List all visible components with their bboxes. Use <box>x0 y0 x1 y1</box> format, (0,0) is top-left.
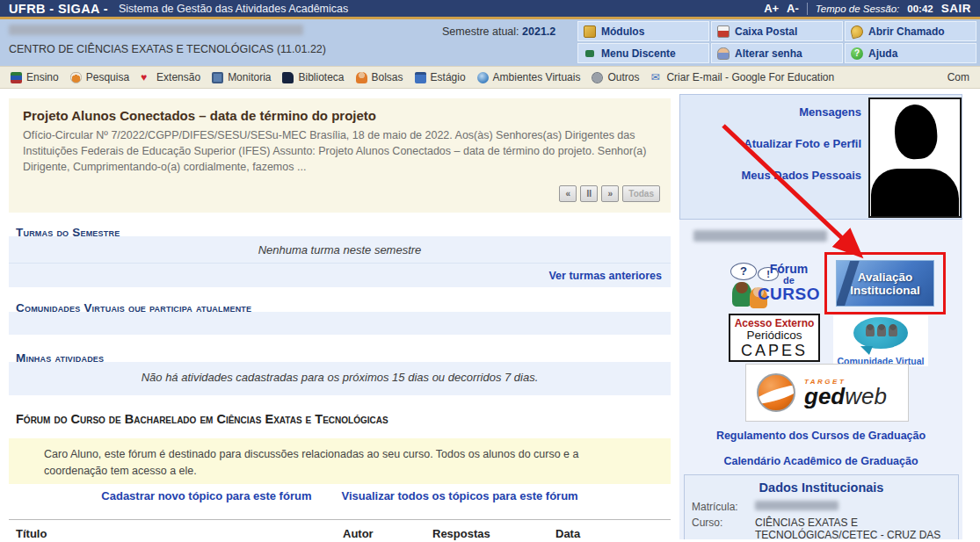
curso-label: Curso: <box>692 517 755 539</box>
column-data: Data <box>555 527 671 540</box>
menu-item-biblioteca[interactable]: Biblioteca <box>282 71 344 83</box>
forum-table-header: Título Autor Respostas Data <box>9 519 671 540</box>
app-brand: UFRB - SIGAA - <box>9 2 108 16</box>
menu-item-pesquisa[interactable]: Pesquisa <box>70 71 129 83</box>
globe-icon <box>477 72 489 83</box>
help-icon <box>851 47 863 60</box>
redacted-sidebar-name <box>693 230 827 242</box>
calendario-academico-link[interactable]: Calendário Acadêmico de Graduação <box>679 455 962 467</box>
pager-prev-button[interactable]: « <box>559 185 577 202</box>
forum-notice-box: Caro Aluno, este fórum é destinado para … <box>9 438 671 484</box>
dados-institucionais-panel: Dados Institucionais Matrícula: Curso: C… <box>684 474 959 539</box>
session-timer-value: 00:42 <box>907 4 933 14</box>
capes-periodicos-label: Periódicos <box>730 329 818 343</box>
change-password-button[interactable]: Alterar senha <box>711 43 843 63</box>
ver-turmas-anteriores-link[interactable]: Ver turmas anteriores <box>548 270 662 282</box>
main-menu-bar: Ensino Pesquisa Extensão Monitoria Bibli… <box>0 66 980 89</box>
cadastrar-topico-link[interactable]: Cadastrar novo tópico para este fórum <box>101 489 311 502</box>
menu-item-truncated[interactable]: Com <box>947 71 969 83</box>
topbar-controls: A+ A- Tempo de Sessão: 00:42 SAIR <box>764 2 971 15</box>
meus-dados-pessoais-link[interactable]: Meus Dados Pessoais <box>687 169 861 182</box>
gears-icon <box>592 72 603 83</box>
menu-item-label: Ensino <box>26 71 59 83</box>
turmas-link-row: Ver turmas anteriores <box>9 263 671 287</box>
modules-button[interactable]: Módulos <box>577 21 709 41</box>
profile-panel: Mensagens Atualizar Foto e Perfil Meus D… <box>679 94 962 220</box>
user-info-bar: CENTRO DE CIÊNCIAS EXATAS E TECNOLÓGICAS… <box>0 19 980 66</box>
horn-icon <box>849 24 864 39</box>
dados-institucionais-title: Dados Institucionais <box>692 481 951 495</box>
person-icon <box>732 282 751 307</box>
menu-item-ambientes-virtuais[interactable]: Ambientes Virtuais <box>477 71 581 83</box>
menu-item-criar-email[interactable]: Criar E-mail - Google For Education <box>650 71 834 83</box>
column-titulo: Título <box>16 527 343 540</box>
pager-pause-button[interactable]: II <box>580 185 598 202</box>
sidebar-links: Regulamento dos Cursos de Graduação Cale… <box>679 430 962 481</box>
change-password-button-label: Alterar senha <box>735 47 802 60</box>
forum-de-curso-button[interactable]: ? ! Fórum de CURSO <box>730 263 820 308</box>
comunidade-virtual-button[interactable]: Comunidade Virtual <box>833 315 928 366</box>
matricula-label: Matrícula: <box>692 501 755 513</box>
news-title: Projeto Alunos Conectados – data de térm… <box>23 108 657 123</box>
menu-item-bolsas[interactable]: Bolsas <box>356 71 403 83</box>
library-icon <box>282 72 294 83</box>
curso-row: Curso: CIÊNCIAS EXATAS E TECNOLÓGICAS/CE… <box>692 517 951 539</box>
menu-item-label: Monitoria <box>228 71 271 83</box>
pager-next-button[interactable]: » <box>601 185 619 202</box>
menu-item-label: Biblioteca <box>298 71 344 83</box>
help-button[interactable]: Ajuda <box>845 43 976 63</box>
comunidades-box <box>9 312 671 335</box>
chat-bubble-icon <box>853 317 908 349</box>
student-menu-button[interactable]: Menu Discente <box>577 43 709 63</box>
news-body: Ofício-Circular Nº 7/2022/CGPP/DIFES/SES… <box>23 127 657 175</box>
logout-button[interactable]: SAIR <box>941 2 971 15</box>
student-menu-button-label: Menu Discente <box>601 47 676 60</box>
curso-value: CIÊNCIAS EXATAS E TECNOLÓGICAS/CETEC - C… <box>755 517 951 539</box>
silhouette-head <box>893 103 939 160</box>
font-increase-button[interactable]: A+ <box>764 2 779 15</box>
sidebar-name-strip <box>679 220 962 249</box>
gedweb-button[interactable]: TARGET gedweb <box>745 364 909 422</box>
mailbox-button[interactable]: Caixa Postal <box>711 21 843 41</box>
forum-word: Fórum <box>758 263 820 276</box>
pager-all-button[interactable]: Todas <box>622 185 660 202</box>
column-respostas: Respostas <box>432 527 555 540</box>
forum-section-title: Fórum do Curso de Bacharelado em Ciência… <box>16 412 388 426</box>
gedweb-web-label: web <box>845 383 887 409</box>
semester-label: Semestre atual: <box>442 25 519 38</box>
turmas-box: Nenhuma turma neste semestre Ver turmas … <box>9 236 671 287</box>
page-content: Projeto Alunos Conectados – data de térm… <box>0 94 980 539</box>
font-decrease-button[interactable]: A- <box>787 2 799 15</box>
atualizar-foto-perfil-link[interactable]: Atualizar Foto e Perfil <box>687 137 861 150</box>
menu-item-label: Ambientes Virtuais <box>493 71 581 83</box>
forum-de-curso-label: Fórum de CURSO <box>758 263 820 303</box>
question-bubble-icon: ? <box>730 263 757 280</box>
flask-icon <box>70 72 82 83</box>
menu-item-outros[interactable]: Outros <box>592 71 639 83</box>
menu-item-label: Pesquisa <box>86 71 129 83</box>
sidebar: Mensagens Atualizar Foto e Perfil Meus D… <box>679 94 962 539</box>
red-annotation-box: Avaliação Institucional <box>824 252 946 314</box>
periodicos-capes-button[interactable]: Acesso Externo Periódicos CAPES <box>729 314 820 362</box>
menu-item-estagio[interactable]: Estágio <box>415 71 466 83</box>
menu-item-monitoria[interactable]: Monitoria <box>212 71 271 83</box>
avaliacao-institucional-button[interactable]: Avaliação Institucional <box>836 260 934 307</box>
visualizar-topicos-link[interactable]: Visualizar todos os tópicos para este fó… <box>341 489 577 502</box>
redacted-user-name <box>9 25 303 35</box>
mensagens-link[interactable]: Mensagens <box>687 105 861 119</box>
network-icon <box>585 50 594 57</box>
matricula-row: Matrícula: <box>692 501 951 513</box>
menu-item-extensao[interactable]: Extensão <box>141 71 200 83</box>
column-autor: Autor <box>343 527 432 540</box>
regulamento-cursos-link[interactable]: Regulamento dos Cursos de Graduação <box>679 430 962 442</box>
gedweb-ged-label: ged <box>804 383 845 409</box>
forum-word: CURSO <box>758 285 820 303</box>
open-ticket-button[interactable]: Abrir Chamado <box>845 21 976 41</box>
monitor-icon <box>212 72 223 83</box>
session-timer-label: Tempo de Sessão: <box>816 4 899 14</box>
menu-item-label: Com <box>947 71 969 83</box>
menu-item-ensino[interactable]: Ensino <box>11 71 59 83</box>
avaliacao-label-line2: Institucional <box>850 284 920 297</box>
menu-item-label: Criar E-mail - Google For Education <box>666 71 834 83</box>
menu-item-label: Outros <box>607 71 639 83</box>
